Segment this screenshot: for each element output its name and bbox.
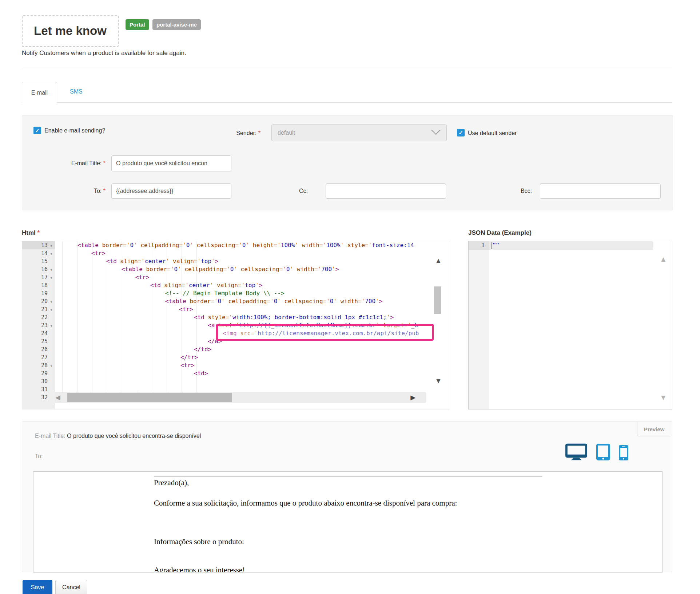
phone-icon[interactable] [619, 445, 628, 462]
title-box: Let me know [22, 15, 119, 47]
tab-email[interactable]: E-mail [22, 82, 57, 103]
tabs-underline [22, 102, 672, 103]
gutter-line-15: 15 [22, 257, 55, 265]
scroll-up-icon[interactable]: ▲ [660, 255, 667, 264]
scroll-up-icon[interactable]: ▲ [435, 257, 442, 265]
gutter-line-16[interactable]: 16▾ [22, 265, 55, 273]
required-mark: * [103, 188, 106, 194]
gutter-line-17[interactable]: 17▾ [22, 273, 55, 281]
required-mark: * [103, 160, 106, 166]
text-cursor [492, 242, 492, 249]
preview-panel: Preview E-mail Title: O produto que você… [22, 421, 672, 572]
sender-select[interactable]: default [271, 124, 447, 141]
email-title-label: E-mail Title: * [44, 160, 106, 167]
gutter-line-20[interactable]: 20▾ [22, 297, 55, 305]
code-line-17: <tr> [135, 273, 150, 281]
page-title: Let me know [34, 24, 107, 38]
gutter-line-24: 24 [22, 329, 55, 337]
use-default-sender-label: Use default sender [468, 130, 517, 136]
cc-field[interactable] [326, 183, 446, 199]
sender-selected-value: default [278, 130, 295, 136]
device-toggle-group [565, 443, 628, 462]
preview-email-title-label: E-mail Title: [35, 433, 65, 439]
html-code-editor[interactable]: 13▾14▾1516▾17▾181920▾21▾2223▾2425262728▾… [22, 241, 450, 409]
preview-button[interactable]: Preview [637, 422, 671, 436]
json-active-line [489, 241, 653, 250]
required-mark: * [258, 130, 260, 136]
chevron-down-icon [431, 130, 441, 136]
html-editor-gutter: 13▾14▾1516▾17▾181920▾21▾2223▾2425262728▾… [22, 241, 55, 409]
code-line-14: <tr> [91, 249, 106, 257]
use-default-sender-checkbox[interactable]: ✓ [457, 129, 465, 136]
required-mark: * [37, 229, 40, 236]
gutter-line-21[interactable]: 21▾ [22, 305, 55, 313]
enable-email-label: Enable e-mail sending? [44, 127, 105, 134]
scroll-left-icon[interactable]: ◀ [55, 393, 60, 401]
code-line-13: <table border='0' cellpadding='0' cellsp… [77, 241, 414, 249]
gutter-line-27: 27 [22, 353, 55, 361]
gutter-line-22: 22 [22, 313, 55, 321]
enable-email-checkbox[interactable]: ✓ [33, 127, 41, 134]
badge-portal: Portal [126, 19, 149, 30]
sender-label: Sender: * [204, 130, 260, 136]
header-divider [22, 69, 672, 69]
page: Let me know Portal portal-avise-me Notif… [0, 0, 700, 594]
code-line-27: </tr> [180, 353, 198, 361]
to-field[interactable] [111, 183, 231, 199]
desktop-icon[interactable] [565, 443, 588, 462]
scroll-down-icon[interactable]: ▼ [660, 393, 667, 402]
json-line-number: 1 [469, 242, 485, 249]
tablet-icon[interactable] [596, 444, 610, 462]
bcc-label: Bcc: [509, 188, 532, 194]
code-line-20: <table border='0' cellpadding='0' cellsp… [165, 297, 382, 305]
json-editor[interactable]: 1 "" ▲ ▼ [468, 241, 672, 409]
email-preview-body: Prezado(a), Conforme a sua solicitação, … [33, 471, 663, 573]
gutter-line-23[interactable]: 23▾ [22, 321, 55, 329]
html-section-label: Html * [22, 229, 40, 237]
json-section-label: JSON Data (Example) [468, 229, 532, 237]
gutter-line-13[interactable]: 13▾ [22, 241, 55, 249]
email-greeting: Prezado(a), [154, 478, 189, 487]
scroll-down-icon[interactable]: ▼ [435, 377, 442, 385]
gutter-line-29: 29 [22, 369, 55, 377]
code-line-29: <td> [194, 369, 208, 377]
code-line-16: <table border='0' cellpadding='0' cellsp… [122, 265, 339, 273]
email-paragraph: Conforme a sua solicitação, informamos q… [154, 499, 457, 508]
email-product-info: Informações sobre o produto: [154, 537, 244, 546]
vertical-scrollbar-thumb[interactable] [434, 286, 441, 314]
horizontal-scrollbar[interactable]: ◀ ▶ [55, 392, 426, 403]
horizontal-scrollbar-thumb[interactable] [67, 393, 232, 402]
preview-to-label: To: [35, 453, 43, 460]
scroll-right-icon[interactable]: ▶ [410, 393, 415, 401]
badge-app-name: portal-avise-me [152, 19, 201, 30]
preview-email-title-value: O produto que você solicitou encontra-se… [67, 433, 201, 439]
gutter-line-32: 32 [22, 393, 55, 401]
gutter-line-28[interactable]: 28▾ [22, 361, 55, 369]
page-subtitle: Notify Customers when a product is avail… [22, 50, 186, 57]
json-editor-gutter [469, 241, 489, 409]
bcc-field[interactable] [540, 183, 661, 199]
code-line-21: <tr> [179, 305, 193, 313]
gutter-line-30: 30 [22, 377, 55, 385]
gutter-line-25: 25 [22, 337, 55, 345]
gutter-line-31: 31 [22, 385, 55, 393]
gutter-line-14[interactable]: 14▾ [22, 249, 55, 257]
gutter-line-26: 26 [22, 345, 55, 353]
cc-label: Cc: [291, 188, 308, 194]
code-line-28: <tr> [180, 361, 195, 369]
highlight-annotation-box [216, 324, 434, 341]
tab-sms[interactable]: SMS [70, 88, 83, 95]
code-line-18: <td align='center' valign='top'> [150, 281, 262, 289]
json-content: "" [493, 242, 499, 249]
email-title-field[interactable] [111, 155, 231, 171]
check-icon: ✓ [458, 130, 463, 136]
email-header-divider [154, 476, 542, 477]
check-icon: ✓ [35, 127, 40, 134]
save-button[interactable]: Save [23, 580, 52, 594]
cancel-button[interactable]: Cancel [55, 580, 87, 594]
code-line-15: <td align='center' valign='top'> [106, 257, 218, 265]
gutter-line-18: 18 [22, 281, 55, 289]
code-line-26: </td> [194, 345, 211, 353]
email-thanks: Agradecemos o seu interesse! [154, 566, 245, 573]
to-label: To: * [69, 188, 106, 194]
